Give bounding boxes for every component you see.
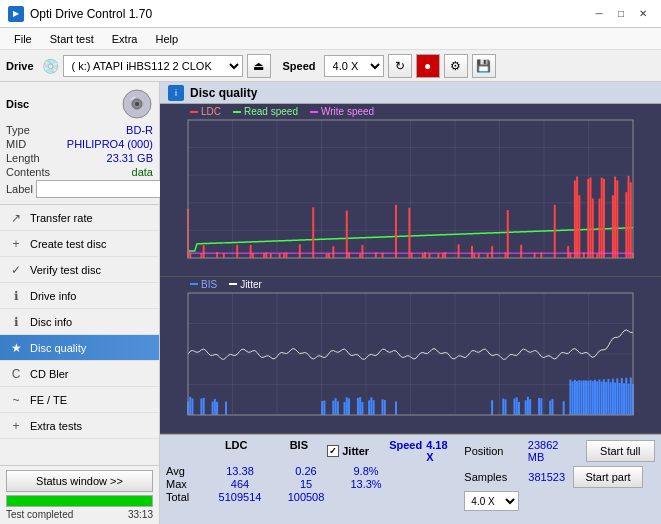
samples-value: 381523 <box>528 471 565 483</box>
drive-info-icon: ℹ <box>8 288 24 304</box>
close-button[interactable]: ✕ <box>633 5 653 23</box>
stats-bar: LDC BIS ✓ Jitter Speed 4.18 X Avg 13.38 … <box>160 434 661 524</box>
bis-avg: 0.26 <box>276 465 336 477</box>
ldc-total: 5109514 <box>204 491 276 503</box>
disc-contents-row: Contents data <box>6 166 153 178</box>
menu-file[interactable]: File <box>6 31 40 47</box>
sidebar-item-extra-tests[interactable]: + Extra tests <box>0 413 159 439</box>
disc-type-label: Type <box>6 124 30 136</box>
disc-info-icon: ℹ <box>8 314 24 330</box>
disc-length-label: Length <box>6 152 40 164</box>
sidebar-item-fe-te[interactable]: ~ FE / TE <box>0 387 159 413</box>
drive-select[interactable]: ( k:) ATAPI iHBS112 2 CLOK <box>63 55 243 77</box>
sidebar-label-cd-bler: CD Bler <box>30 368 69 380</box>
svg-point-2 <box>135 102 139 106</box>
sidebar-label-disc-quality: Disc quality <box>30 342 86 354</box>
start-full-button[interactable]: Start full <box>586 440 655 462</box>
sidebar-item-cd-bler[interactable]: C CD Bler <box>0 361 159 387</box>
transfer-rate-icon: ↗ <box>8 210 24 226</box>
menu-help[interactable]: Help <box>147 31 186 47</box>
jitter-max: 13.3% <box>336 478 396 490</box>
stats-bis-header: BIS <box>270 439 327 463</box>
sidebar-item-create-test-disc[interactable]: + Create test disc <box>0 231 159 257</box>
disc-mid-value: PHILIPRO4 (000) <box>67 138 153 150</box>
sidebar-item-transfer-rate[interactable]: ↗ Transfer rate <box>0 205 159 231</box>
disc-quality-title: Disc quality <box>190 86 257 100</box>
disc-panel-title: Disc <box>6 98 29 110</box>
total-label: Total <box>166 491 204 503</box>
jitter-avg: 9.8% <box>336 465 396 477</box>
eject-button[interactable]: ⏏ <box>247 54 271 78</box>
read-speed-legend-label: Read speed <box>244 106 298 117</box>
maximize-button[interactable]: □ <box>611 5 631 23</box>
disc-mid-label: MID <box>6 138 26 150</box>
disc-length-row: Length 23.31 GB <box>6 152 153 164</box>
chart1-legend: LDC Read speed Write speed <box>190 106 374 117</box>
bis-legend-dot <box>190 283 198 285</box>
read-speed-legend-dot <box>233 111 241 113</box>
titlebar-controls: ─ □ ✕ <box>589 5 653 23</box>
sidebar-item-disc-quality[interactable]: ★ Disc quality <box>0 335 159 361</box>
menu-extra[interactable]: Extra <box>104 31 146 47</box>
disc-panel: Disc Type BD-R MID PHILIPRO4 (000) Lengt… <box>0 82 159 205</box>
disc-contents-value: data <box>132 166 153 178</box>
disc-label-row: Label 🔍 <box>6 180 153 198</box>
progress-bar-container <box>6 495 153 507</box>
menu-start-test[interactable]: Start test <box>42 31 102 47</box>
drive-label: Drive <box>6 60 34 72</box>
status-text: Test completed <box>6 509 73 520</box>
minimize-button[interactable]: ─ <box>589 5 609 23</box>
speed-select[interactable]: 4.0 X <box>324 55 384 77</box>
settings-button[interactable]: ⚙ <box>444 54 468 78</box>
sidebar-label-verify-test-disc: Verify test disc <box>30 264 101 276</box>
position-value: 23862 MB <box>528 439 578 463</box>
legend-jitter: Jitter <box>229 279 262 290</box>
titlebar: ▶ Opti Drive Control 1.70 ─ □ ✕ <box>0 0 661 28</box>
save-button[interactable]: 💾 <box>472 54 496 78</box>
legend-bis: BIS <box>190 279 217 290</box>
sidebar: Disc Type BD-R MID PHILIPRO4 (000) Lengt… <box>0 82 160 524</box>
sidebar-label-disc-info: Disc info <box>30 316 72 328</box>
right-stats: Position 23862 MB Start full Samples 381… <box>464 439 655 511</box>
write-speed-legend-dot <box>310 111 318 113</box>
content-area: i Disc quality LDC Read speed <box>160 82 661 524</box>
start-part-button[interactable]: Start part <box>573 466 643 488</box>
sidebar-label-extra-tests: Extra tests <box>30 420 82 432</box>
disc-header: Disc <box>6 88 153 120</box>
disc-label-key: Label <box>6 183 33 195</box>
jitter-legend-label: Jitter <box>240 279 262 290</box>
status-row: Test completed 33:13 <box>6 509 153 520</box>
legend-ldc: LDC <box>190 106 221 117</box>
disc-icon <box>121 88 153 120</box>
refresh-button[interactable]: ↻ <box>388 54 412 78</box>
legend-write-speed: Write speed <box>310 106 374 117</box>
bis-legend-label: BIS <box>201 279 217 290</box>
chart2-canvas <box>160 277 661 433</box>
stats-table: LDC BIS ✓ Jitter Speed 4.18 X Avg 13.38 … <box>166 439 456 503</box>
sidebar-item-drive-info[interactable]: ℹ Drive info <box>0 283 159 309</box>
jitter-header: Jitter <box>342 445 369 457</box>
verify-test-disc-icon: ✓ <box>8 262 24 278</box>
legend-read-speed: Read speed <box>233 106 298 117</box>
stats-ldc-header: LDC <box>202 439 270 463</box>
disc-length-value: 23.31 GB <box>107 152 153 164</box>
extra-tests-icon: + <box>8 418 24 434</box>
charts-container: LDC Read speed Write speed 500 400 30 <box>160 104 661 434</box>
ldc-legend-label: LDC <box>201 106 221 117</box>
disc-type-row: Type BD-R <box>6 124 153 136</box>
sidebar-label-drive-info: Drive info <box>30 290 76 302</box>
sidebar-item-disc-info[interactable]: ℹ Disc info <box>0 309 159 335</box>
disc-label-input[interactable] <box>36 180 169 198</box>
speed-select-stats[interactable]: 4.0 X <box>464 491 519 511</box>
write-speed-legend-label: Write speed <box>321 106 374 117</box>
sidebar-label-create-test-disc: Create test disc <box>30 238 106 250</box>
sidebar-item-verify-test-disc[interactable]: ✓ Verify test disc <box>0 257 159 283</box>
status-time: 33:13 <box>128 509 153 520</box>
bis-max: 15 <box>276 478 336 490</box>
jitter-checkbox[interactable]: ✓ <box>327 445 339 457</box>
burn-button[interactable]: ● <box>416 54 440 78</box>
sidebar-label-transfer-rate: Transfer rate <box>30 212 93 224</box>
chart2-legend: BIS Jitter <box>190 279 262 290</box>
nav-items: ↗ Transfer rate + Create test disc ✓ Ver… <box>0 205 159 465</box>
status-window-button[interactable]: Status window >> <box>6 470 153 492</box>
